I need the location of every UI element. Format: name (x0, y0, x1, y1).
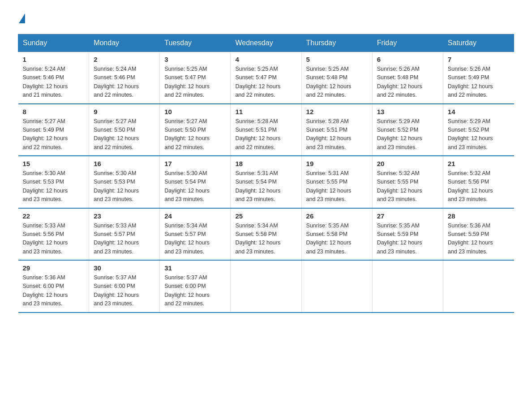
header-tuesday: Tuesday (160, 34, 231, 52)
day-number: 21 (448, 160, 510, 167)
calendar-cell (301, 260, 372, 313)
day-info: Sunrise: 5:35 AMSunset: 5:58 PMDaylight:… (306, 222, 368, 257)
calendar-week-row: 22Sunrise: 5:33 AMSunset: 5:56 PMDayligh… (18, 208, 514, 261)
header-sunday: Sunday (18, 34, 89, 52)
day-info: Sunrise: 5:29 AMSunset: 5:52 PMDaylight:… (448, 117, 510, 152)
calendar-cell: 12Sunrise: 5:28 AMSunset: 5:51 PMDayligh… (301, 104, 372, 156)
calendar-cell: 14Sunrise: 5:29 AMSunset: 5:52 PMDayligh… (443, 104, 514, 156)
day-number: 30 (94, 264, 155, 272)
calendar-week-row: 1Sunrise: 5:24 AMSunset: 5:46 PMDaylight… (18, 52, 514, 104)
day-number: 13 (377, 108, 438, 116)
day-number: 28 (448, 212, 510, 220)
day-info: Sunrise: 5:27 AMSunset: 5:49 PMDaylight:… (23, 117, 85, 152)
calendar-cell: 10Sunrise: 5:27 AMSunset: 5:50 PMDayligh… (160, 104, 231, 156)
day-number: 17 (164, 160, 226, 167)
day-number: 14 (448, 108, 510, 116)
page-header (18, 13, 514, 25)
day-info: Sunrise: 5:27 AMSunset: 5:50 PMDaylight:… (164, 117, 226, 152)
calendar-cell: 2Sunrise: 5:24 AMSunset: 5:46 PMDaylight… (89, 52, 160, 104)
day-number: 16 (94, 160, 155, 167)
day-info: Sunrise: 5:31 AMSunset: 5:55 PMDaylight:… (306, 169, 368, 204)
day-info: Sunrise: 5:36 AMSunset: 6:00 PMDaylight:… (23, 274, 85, 308)
calendar-cell (372, 260, 443, 313)
calendar-cell: 28Sunrise: 5:36 AMSunset: 5:59 PMDayligh… (443, 208, 514, 261)
day-info: Sunrise: 5:36 AMSunset: 5:59 PMDaylight:… (448, 222, 510, 257)
calendar-cell: 5Sunrise: 5:25 AMSunset: 5:48 PMDaylight… (301, 52, 372, 104)
day-info: Sunrise: 5:25 AMSunset: 5:47 PMDaylight:… (235, 65, 296, 100)
day-number: 18 (235, 160, 296, 167)
calendar-week-row: 8Sunrise: 5:27 AMSunset: 5:49 PMDaylight… (18, 104, 514, 156)
day-info: Sunrise: 5:31 AMSunset: 5:54 PMDaylight:… (235, 169, 296, 204)
day-info: Sunrise: 5:27 AMSunset: 5:50 PMDaylight:… (94, 117, 155, 152)
day-number: 31 (164, 264, 226, 272)
calendar-week-row: 15Sunrise: 5:30 AMSunset: 5:53 PMDayligh… (18, 156, 514, 208)
calendar-cell: 27Sunrise: 5:35 AMSunset: 5:59 PMDayligh… (372, 208, 443, 261)
day-info: Sunrise: 5:26 AMSunset: 5:48 PMDaylight:… (377, 65, 438, 100)
calendar-cell: 13Sunrise: 5:29 AMSunset: 5:52 PMDayligh… (372, 104, 443, 156)
day-info: Sunrise: 5:25 AMSunset: 5:47 PMDaylight:… (164, 65, 226, 100)
calendar-cell: 1Sunrise: 5:24 AMSunset: 5:46 PMDaylight… (18, 52, 89, 104)
day-info: Sunrise: 5:24 AMSunset: 5:46 PMDaylight:… (23, 65, 85, 100)
day-number: 2 (94, 56, 155, 63)
day-info: Sunrise: 5:37 AMSunset: 6:00 PMDaylight:… (164, 274, 226, 308)
calendar-cell: 26Sunrise: 5:35 AMSunset: 5:58 PMDayligh… (301, 208, 372, 261)
day-number: 12 (306, 108, 368, 116)
day-info: Sunrise: 5:32 AMSunset: 5:55 PMDaylight:… (377, 169, 438, 204)
calendar-cell: 18Sunrise: 5:31 AMSunset: 5:54 PMDayligh… (231, 156, 301, 208)
calendar-cell: 29Sunrise: 5:36 AMSunset: 6:00 PMDayligh… (18, 260, 89, 313)
day-number: 4 (235, 56, 296, 63)
day-number: 22 (23, 212, 85, 220)
calendar-cell: 16Sunrise: 5:30 AMSunset: 5:53 PMDayligh… (89, 156, 160, 208)
calendar-week-row: 29Sunrise: 5:36 AMSunset: 6:00 PMDayligh… (18, 260, 514, 313)
calendar-cell: 23Sunrise: 5:33 AMSunset: 5:57 PMDayligh… (89, 208, 160, 261)
day-number: 3 (164, 56, 226, 63)
day-number: 8 (23, 108, 85, 116)
day-number: 15 (23, 160, 85, 167)
day-number: 27 (377, 212, 438, 220)
day-info: Sunrise: 5:32 AMSunset: 5:56 PMDaylight:… (448, 169, 510, 204)
day-info: Sunrise: 5:29 AMSunset: 5:52 PMDaylight:… (377, 117, 438, 152)
day-info: Sunrise: 5:33 AMSunset: 5:56 PMDaylight:… (23, 222, 85, 257)
calendar-cell: 24Sunrise: 5:34 AMSunset: 5:57 PMDayligh… (160, 208, 231, 261)
day-info: Sunrise: 5:35 AMSunset: 5:59 PMDaylight:… (377, 222, 438, 257)
day-info: Sunrise: 5:33 AMSunset: 5:57 PMDaylight:… (94, 222, 155, 257)
calendar-cell: 19Sunrise: 5:31 AMSunset: 5:55 PMDayligh… (301, 156, 372, 208)
day-number: 9 (94, 108, 155, 116)
day-number: 7 (448, 56, 510, 63)
calendar-cell: 31Sunrise: 5:37 AMSunset: 6:00 PMDayligh… (160, 260, 231, 313)
calendar-cell (443, 260, 514, 313)
day-info: Sunrise: 5:34 AMSunset: 5:57 PMDaylight:… (164, 222, 226, 257)
calendar-cell: 8Sunrise: 5:27 AMSunset: 5:49 PMDaylight… (18, 104, 89, 156)
day-number: 11 (235, 108, 296, 116)
calendar-table: SundayMondayTuesdayWednesdayThursdayFrid… (18, 34, 514, 313)
calendar-cell: 21Sunrise: 5:32 AMSunset: 5:56 PMDayligh… (443, 156, 514, 208)
day-info: Sunrise: 5:30 AMSunset: 5:53 PMDaylight:… (23, 169, 85, 204)
header-thursday: Thursday (301, 34, 372, 52)
calendar-header-row: SundayMondayTuesdayWednesdayThursdayFrid… (18, 34, 514, 52)
day-info: Sunrise: 5:24 AMSunset: 5:46 PMDaylight:… (94, 65, 155, 100)
day-number: 6 (377, 56, 438, 63)
calendar-cell: 30Sunrise: 5:37 AMSunset: 6:00 PMDayligh… (89, 260, 160, 313)
calendar-cell: 15Sunrise: 5:30 AMSunset: 5:53 PMDayligh… (18, 156, 89, 208)
calendar-cell: 7Sunrise: 5:26 AMSunset: 5:49 PMDaylight… (443, 52, 514, 104)
day-info: Sunrise: 5:28 AMSunset: 5:51 PMDaylight:… (306, 117, 368, 152)
header-monday: Monday (89, 34, 160, 52)
calendar-cell (231, 260, 301, 313)
calendar-cell: 4Sunrise: 5:25 AMSunset: 5:47 PMDaylight… (231, 52, 301, 104)
day-number: 19 (306, 160, 368, 167)
day-info: Sunrise: 5:28 AMSunset: 5:51 PMDaylight:… (235, 117, 296, 152)
day-number: 5 (306, 56, 368, 63)
calendar-cell: 3Sunrise: 5:25 AMSunset: 5:47 PMDaylight… (160, 52, 231, 104)
calendar-cell: 25Sunrise: 5:34 AMSunset: 5:58 PMDayligh… (231, 208, 301, 261)
day-number: 24 (164, 212, 226, 220)
header-wednesday: Wednesday (231, 34, 301, 52)
day-number: 29 (23, 264, 85, 272)
header-saturday: Saturday (443, 34, 514, 52)
day-number: 10 (164, 108, 226, 116)
calendar-cell: 17Sunrise: 5:30 AMSunset: 5:54 PMDayligh… (160, 156, 231, 208)
day-info: Sunrise: 5:25 AMSunset: 5:48 PMDaylight:… (306, 65, 368, 100)
day-info: Sunrise: 5:37 AMSunset: 6:00 PMDaylight:… (94, 274, 155, 308)
day-number: 23 (94, 212, 155, 220)
day-info: Sunrise: 5:30 AMSunset: 5:53 PMDaylight:… (94, 169, 155, 204)
calendar-cell: 9Sunrise: 5:27 AMSunset: 5:50 PMDaylight… (89, 104, 160, 156)
